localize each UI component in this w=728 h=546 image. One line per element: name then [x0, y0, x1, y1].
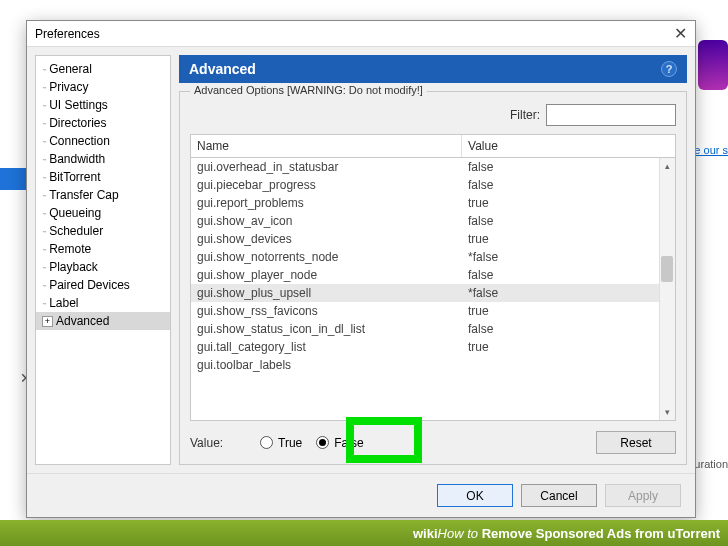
grid-row[interactable]: gui.tall_category_listtrue	[191, 338, 675, 356]
tree-item-label: Scheduler	[49, 224, 103, 238]
tree-dotline: ····	[42, 208, 45, 219]
cell-name: gui.show_rss_favicons	[191, 303, 462, 319]
tree-item-transfer-cap[interactable]: ····Transfer Cap	[36, 186, 170, 204]
tree-item-connection[interactable]: ····Connection	[36, 132, 170, 150]
grid-row[interactable]: gui.piecebar_progressfalse	[191, 176, 675, 194]
scroll-down-icon[interactable]: ▾	[660, 404, 675, 420]
tree-item-label: General	[49, 62, 92, 76]
options-grid[interactable]: Name Value gui.overhead_in_statusbarfals…	[190, 134, 676, 421]
grid-row[interactable]: gui.show_status_icon_in_dl_listfalse	[191, 320, 675, 338]
tree-item-scheduler[interactable]: ····Scheduler	[36, 222, 170, 240]
tree-item-bandwidth[interactable]: ····Bandwidth	[36, 150, 170, 168]
scrollbar[interactable]: ▴ ▾	[659, 158, 675, 420]
tree-dotline: ····	[42, 280, 45, 291]
tree-dotline: ····	[42, 172, 45, 183]
cell-name: gui.show_notorrents_node	[191, 249, 462, 265]
tree-dotline: ····	[42, 100, 45, 111]
cell-name: gui.piecebar_progress	[191, 177, 462, 193]
grid-row[interactable]: gui.show_devicestrue	[191, 230, 675, 248]
tree-dotline: ····	[42, 244, 45, 255]
cell-value: true	[462, 303, 675, 319]
panel-header: Advanced ?	[179, 55, 687, 83]
tree-item-bittorrent[interactable]: ····BitTorrent	[36, 168, 170, 186]
filter-input[interactable]	[546, 104, 676, 126]
category-tree[interactable]: ····General····Privacy····UI Settings···…	[35, 55, 171, 465]
tree-item-ui-settings[interactable]: ····UI Settings	[36, 96, 170, 114]
tree-dotline: ····	[42, 118, 45, 129]
cell-name: gui.toolbar_labels	[191, 357, 462, 373]
cancel-button[interactable]: Cancel	[521, 484, 597, 507]
cell-value: true	[462, 339, 675, 355]
tree-item-label: Label	[49, 296, 78, 310]
radio-false[interactable]: False	[316, 436, 363, 450]
tree-item-playback[interactable]: ····Playback	[36, 258, 170, 276]
tree-item-general[interactable]: ····General	[36, 60, 170, 78]
tree-item-queueing[interactable]: ····Queueing	[36, 204, 170, 222]
tree-dotline: ····	[42, 190, 45, 201]
cell-name: gui.show_status_icon_in_dl_list	[191, 321, 462, 337]
cell-name: gui.show_player_node	[191, 267, 462, 283]
tree-item-advanced[interactable]: +Advanced	[36, 312, 170, 330]
radio-false-circle[interactable]	[316, 436, 329, 449]
background-accent	[698, 40, 728, 90]
tree-item-privacy[interactable]: ····Privacy	[36, 78, 170, 96]
grid-row[interactable]: gui.show_rss_faviconstrue	[191, 302, 675, 320]
grid-row[interactable]: gui.show_notorrents_node*false	[191, 248, 675, 266]
apply-button[interactable]: Apply	[605, 484, 681, 507]
tree-item-label: Directories	[49, 116, 106, 130]
tree-item-label: Connection	[49, 134, 110, 148]
col-header-name[interactable]: Name	[191, 135, 462, 157]
tree-item-label: Paired Devices	[49, 278, 130, 292]
cell-value: false	[462, 267, 675, 283]
tree-item-label: Bandwidth	[49, 152, 105, 166]
cell-value: false	[462, 159, 675, 175]
tree-item-label: Transfer Cap	[49, 188, 119, 202]
wikihow-text: wikiHow to Remove Sponsored Ads from uTo…	[413, 526, 720, 541]
ok-button[interactable]: OK	[437, 484, 513, 507]
tree-dotline: ····	[42, 64, 45, 75]
tree-dotline: ····	[42, 298, 45, 309]
grid-body[interactable]: gui.overhead_in_statusbarfalsegui.pieceb…	[191, 158, 675, 420]
help-icon[interactable]: ?	[661, 61, 677, 77]
tree-item-directories[interactable]: ····Directories	[36, 114, 170, 132]
grid-row[interactable]: gui.show_av_iconfalse	[191, 212, 675, 230]
grid-row[interactable]: gui.toolbar_labels	[191, 356, 675, 374]
tree-dotline: ····	[42, 154, 45, 165]
radio-true-circle[interactable]	[260, 436, 273, 449]
scroll-up-icon[interactable]: ▴	[660, 158, 675, 174]
reset-button[interactable]: Reset	[596, 431, 676, 454]
cell-name: gui.tall_category_list	[191, 339, 462, 355]
close-icon[interactable]: ✕	[674, 24, 687, 43]
background-link[interactable]: e our s	[694, 144, 728, 156]
background-selected-tab	[0, 168, 26, 190]
tree-dotline: ····	[42, 262, 45, 273]
grid-row[interactable]: gui.show_player_nodefalse	[191, 266, 675, 284]
expand-icon[interactable]: +	[42, 316, 53, 327]
tree-dotline: ····	[42, 136, 45, 147]
grid-row[interactable]: gui.overhead_in_statusbarfalse	[191, 158, 675, 176]
tree-item-label: Playback	[49, 260, 98, 274]
dialog-title: Preferences	[35, 27, 100, 41]
grid-row[interactable]: gui.report_problemstrue	[191, 194, 675, 212]
scroll-thumb[interactable]	[661, 256, 673, 282]
radio-true[interactable]: True	[260, 436, 302, 450]
tree-dotline: ····	[42, 82, 45, 93]
tree-item-label[interactable]: ····Label	[36, 294, 170, 312]
tree-item-label: UI Settings	[49, 98, 108, 112]
tree-item-label: BitTorrent	[49, 170, 100, 184]
grid-header: Name Value	[191, 135, 675, 158]
cell-value: *false	[462, 249, 675, 265]
titlebar: Preferences ✕	[27, 21, 695, 47]
group-title: Advanced Options [WARNING: Do not modify…	[190, 84, 427, 96]
cell-value	[462, 357, 675, 373]
cell-value: false	[462, 321, 675, 337]
cell-value: false	[462, 177, 675, 193]
cell-name: gui.show_plus_upsell	[191, 285, 462, 301]
tree-item-label: Remote	[49, 242, 91, 256]
tree-item-label: Privacy	[49, 80, 88, 94]
grid-row[interactable]: gui.show_plus_upsell*false	[191, 284, 675, 302]
tree-item-paired-devices[interactable]: ····Paired Devices	[36, 276, 170, 294]
tree-item-remote[interactable]: ····Remote	[36, 240, 170, 258]
dialog-button-row: OK Cancel Apply	[27, 473, 695, 517]
col-header-value[interactable]: Value	[462, 135, 675, 157]
